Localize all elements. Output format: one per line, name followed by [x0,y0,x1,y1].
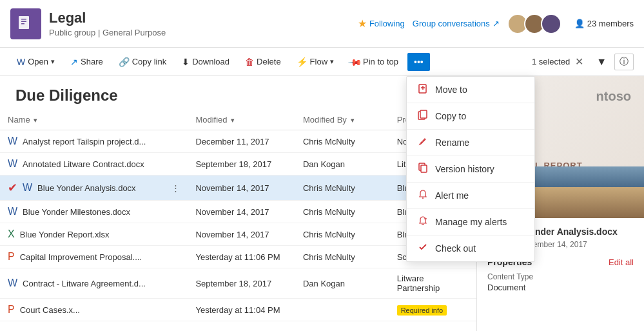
table-row[interactable]: W Contract - Litware Agreement.d... Sept… [0,268,476,299]
file-name-cell: ✔ W Blue Yonder Analysis.docx ⋮ [0,176,188,201]
file-modified-by: Dan Kogan [295,153,389,176]
content-type-value: Document [487,283,634,292]
svg-rect-0 [19,16,29,29]
dropdown-item-move[interactable]: Move to [407,77,534,103]
table-row[interactable]: X Blue Yonder Report.xlsx November 14, 2… [0,223,476,246]
flow-button[interactable]: ⚡ Flow ▾ [290,53,340,71]
content-type-label: Content Type [487,272,634,281]
open-button[interactable]: W Open ▾ [10,53,61,71]
pin-icon: 📌 [347,54,362,69]
svg-rect-1 [21,19,26,20]
content-type-row: Content Type Document [487,272,634,292]
pin-button[interactable]: 📌 Pin to top [343,53,405,71]
dropdown-item-alert[interactable]: Alert me [407,183,534,209]
file-modified: December 11, 2017 [188,130,295,153]
group-conversations-link[interactable]: Group conversations ↗ [413,19,500,28]
properties-section: Properties Edit all Content Type Documen… [487,257,634,292]
file-project: Litware Partnership [389,268,476,299]
copy-link-button[interactable]: 🔗 Copy link [112,53,173,71]
modby-sort-icon: ▾ [351,116,355,124]
manage-alerts-icon [417,216,429,228]
info-button[interactable]: ⓘ [614,54,634,70]
table-row[interactable]: W Blue Yonder Milestones.docx November 1… [0,201,476,223]
svg-rect-3 [21,23,24,25]
file-modified-by: Chris McNulty [295,201,389,223]
word-file-icon: W [8,277,17,289]
member-avatars [507,14,561,34]
col-header-modified: Modified ▾ [188,110,295,130]
external-link-icon: ↗ [493,19,500,28]
table-row[interactable]: W Annotated Litware Contract.docx Septem… [0,153,476,176]
row-more-icon[interactable]: ⋮ [171,183,180,193]
dropdown-item-rename[interactable]: Rename [407,130,534,156]
header-right: ★ Following Group conversations ↗ 👤 23 m… [358,14,634,34]
file-modified: September 18, 2017 [188,268,295,299]
col-header-modified-by: Modified By ▾ [295,110,389,130]
avatar-3 [541,14,561,34]
context-dropdown-menu: Move to Copy to Rename Version history A… [406,76,535,262]
link-icon: 🔗 [119,57,130,67]
group-icon [10,8,41,39]
svg-rect-6 [420,110,427,118]
top-header: Legal Public group | General Purpose ★ F… [0,0,644,48]
table-row[interactable]: P Court Cases.x... Yesterday at 11:04 PM… [0,299,476,321]
file-modified-by: Chris McNulty [295,176,389,201]
col-header-name: Name ▾ [0,110,188,130]
version-icon [417,163,429,176]
dropdown-item-version[interactable]: Version history [407,156,534,183]
members-count: 👤 23 members [574,19,634,28]
word-file-icon: W [8,135,17,147]
file-name-cell: W Contract - Litware Agreement.d... [0,268,188,299]
filter-button[interactable]: ▼ [591,54,612,70]
dropdown-item-checkout[interactable]: Check out [407,236,534,261]
file-modified: November 14, 2017 [188,223,295,246]
delete-button[interactable]: 🗑 Delete [239,53,288,71]
group-name: Legal [49,10,358,26]
move-icon [417,83,429,96]
file-modified: Yesterday at 11:06 PM [188,246,295,268]
file-modified-by: Dan Kogan [295,268,389,299]
table-header: Name ▾ Modified ▾ Modified By ▾ Pro [0,110,476,130]
file-project: Required info [389,299,476,321]
excel-file-icon: X [8,228,15,240]
following-button[interactable]: ★ Following [358,17,405,30]
file-modified-by [295,299,389,321]
ellipsis-icon: ••• [414,57,424,67]
required-badge: Required info [397,305,447,316]
table-row[interactable]: ✔ W Blue Yonder Analysis.docx ⋮ November… [0,176,476,201]
file-name-cell: P Capital Improvement Proposal.... [0,246,188,268]
name-sort-icon: ▾ [34,116,37,124]
table-row[interactable]: W Analyst report Tailspin project.d... D… [0,130,476,153]
file-modified: September 18, 2017 [188,153,295,176]
flow-chevron-icon: ▾ [330,57,334,66]
group-info: Legal Public group | General Purpose [49,10,358,37]
preview-logo: ntoso [596,89,631,104]
alert-icon [417,189,429,202]
table-body: W Analyst report Tailspin project.d... D… [0,130,476,321]
table-row[interactable]: P Capital Improvement Proposal.... Yeste… [0,246,476,268]
toolbar: W Open ▾ ↗ Share 🔗 Copy link ⬇ Download … [0,48,644,76]
file-name-cell: W Blue Yonder Milestones.docx [0,201,188,223]
content-area: Due Diligence Name ▾ Modified ▾ Modified… [0,76,644,331]
svg-rect-8 [421,165,427,172]
download-button[interactable]: ⬇ Download [175,53,236,71]
more-button[interactable]: ••• [407,53,430,71]
share-button[interactable]: ↗ Share [64,53,110,71]
file-modified-by: Chris McNulty [295,223,389,246]
word-file-icon: W [8,158,17,170]
file-name-cell: X Blue Yonder Report.xlsx [0,223,188,246]
group-meta: Public group | General Purpose [49,28,358,37]
edit-all-button[interactable]: Edit all [609,257,634,267]
word-file-icon: W [23,182,32,194]
word-icon: W [17,57,25,67]
person-icon: 👤 [574,19,585,28]
dropdown-item-manage-alerts[interactable]: Manage my alerts [407,209,534,236]
svg-point-9 [422,197,424,199]
close-selection-button[interactable]: ✕ [575,55,583,68]
share-icon: ↗ [70,57,78,67]
flow-icon: ⚡ [297,57,307,67]
svg-rect-2 [21,21,26,22]
ppt-file-icon: P [8,251,15,263]
dropdown-item-copy[interactable]: Copy to [407,103,534,130]
selected-count: 1 selected ✕ [532,55,583,68]
